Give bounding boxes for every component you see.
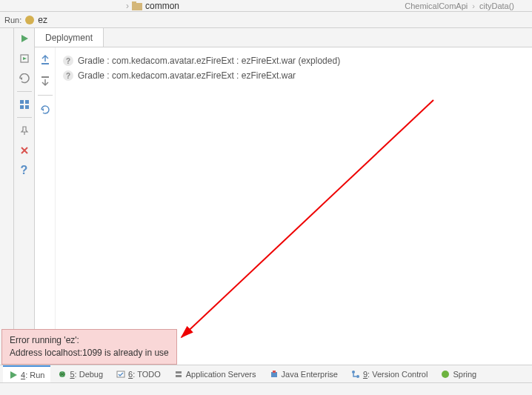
breadcrumb-class[interactable]: ChemicalComApi [405, 1, 468, 10]
top-bar: › common ChemicalComApi › cityData() [0, 0, 532, 12]
svg-rect-10 [25, 100, 29, 104]
pin-button[interactable] [16, 122, 33, 139]
deployment-label: Gradle : com.kedacom.avatar.ezFireExt : … [78, 70, 296, 81]
layout-button[interactable] [16, 96, 33, 113]
jump-button[interactable] [16, 50, 33, 67]
tab-java-enterprise[interactable]: Java Enterprise [264, 365, 344, 382]
svg-marker-18 [10, 371, 17, 379]
tab-debug[interactable]: 5: Debug [52, 365, 109, 382]
status-bar [0, 382, 532, 395]
run-config-name[interactable]: ez [38, 15, 47, 25]
breadcrumb: ChemicalComApi › cityData() [405, 1, 529, 10]
svg-rect-12 [25, 105, 29, 109]
folder-icon [132, 1, 142, 10]
svg-rect-13 [41, 63, 49, 64]
svg-point-2 [25, 16, 34, 24]
undeploy-button[interactable] [37, 73, 53, 89]
svg-point-25 [352, 371, 355, 374]
refresh-button[interactable] [37, 102, 53, 118]
folder-breadcrumb: › common [126, 1, 179, 11]
deployment-toolbar [35, 47, 56, 365]
svg-point-27 [442, 371, 449, 378]
rerun-button[interactable] [16, 30, 33, 47]
svg-point-26 [356, 375, 359, 378]
svg-rect-23 [271, 372, 277, 377]
tab-deployment[interactable]: Deployment [35, 28, 104, 47]
svg-marker-7 [23, 57, 27, 60]
artifact-icon: ? [63, 56, 73, 66]
tab-todo[interactable]: 6: TODO [110, 365, 167, 382]
deployment-item[interactable]: ? Gradle : com.kedacom.avatar.ezFireExt … [63, 68, 525, 83]
error-line1: Error running 'ez': [10, 334, 169, 347]
svg-rect-11 [20, 105, 24, 109]
artifact-icon: ? [63, 70, 73, 81]
deployment-item[interactable]: ? Gradle : com.kedacom.avatar.ezFireExt … [63, 53, 525, 68]
tab-spring[interactable]: Spring [435, 365, 482, 382]
error-line2: Address localhost:1099 is already in use [10, 347, 169, 359]
tab-version-control[interactable]: 9: Version Control [345, 365, 433, 382]
svg-rect-14 [41, 76, 49, 78]
run-tool-window: Web Favorites ? Deployment [0, 28, 532, 365]
folder-name: common [145, 1, 179, 11]
error-notification[interactable]: Error running 'ez': Address localhost:10… [1, 329, 177, 365]
help-button[interactable]: ? [16, 162, 33, 179]
chevron-right-icon: › [126, 1, 129, 11]
deploy-button[interactable] [37, 52, 53, 68]
svg-rect-1 [132, 1, 136, 4]
bottom-tool-tabs: 4: Run 5: Debug 6: TODO Application Serv… [0, 365, 532, 382]
tab-header: Deployment [35, 28, 532, 47]
left-gutter: Web Favorites [0, 28, 14, 365]
tomcat-icon [24, 15, 35, 25]
separator [38, 95, 53, 96]
close-button[interactable] [16, 142, 33, 159]
separator [17, 91, 32, 92]
tab-run[interactable]: 4: Run [3, 365, 50, 382]
separator-icon: › [472, 1, 475, 10]
run-label: Run: [4, 16, 21, 24]
deployment-label: Gradle : com.kedacom.avatar.ezFireExt : … [78, 56, 340, 66]
content-area: Deployment ? Gradle : com.kedacom.avatar… [35, 28, 532, 365]
separator [17, 117, 32, 118]
breadcrumb-method[interactable]: cityData() [479, 1, 514, 10]
tab-body: ? Gradle : com.kedacom.avatar.ezFireExt … [35, 47, 532, 365]
deployment-list: ? Gradle : com.kedacom.avatar.ezFireExt … [56, 47, 532, 365]
run-config-bar: Run: ez [0, 12, 532, 28]
svg-rect-21 [176, 371, 182, 374]
svg-rect-24 [273, 371, 276, 373]
stop-button[interactable] [16, 70, 33, 87]
tab-app-servers[interactable]: Application Servers [168, 365, 262, 382]
svg-marker-5 [21, 35, 28, 42]
svg-rect-22 [176, 375, 182, 377]
run-toolbar: ? [14, 28, 35, 365]
question-icon: ? [21, 164, 28, 177]
svg-rect-9 [20, 100, 24, 104]
